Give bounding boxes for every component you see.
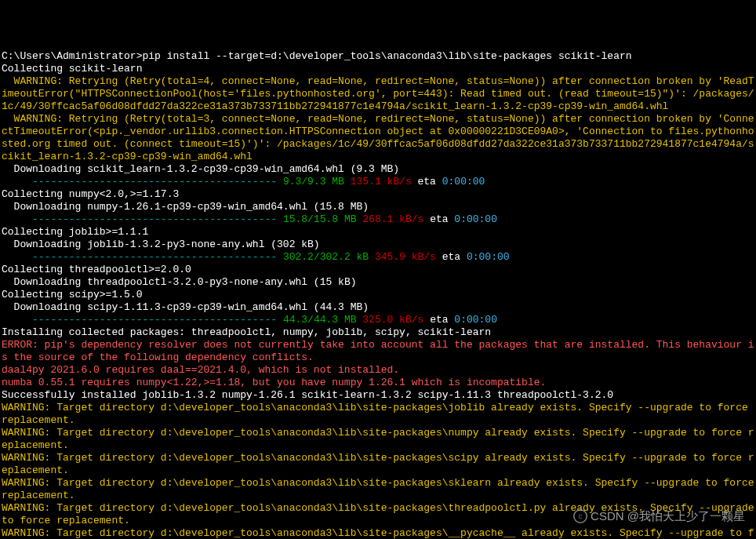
download-line: Downloading scikit_learn-1.3.2-cp39-cp39…: [2, 163, 399, 175]
download-line: Downloading joblib-1.3.2-py3-none-any.wh…: [2, 239, 320, 250]
warning-retry-1: WARNING: Retrying (Retry(total=4, connec…: [2, 75, 754, 112]
collecting-line: Collecting scikit-learn: [2, 63, 142, 75]
download-line: Downloading scipy-1.11.3-cp39-cp39-win_a…: [2, 301, 369, 313]
progress-bar-scipy: ----------------------------------------…: [2, 314, 497, 326]
warning-target-numpy: WARNING: Target directory d:\developer_t…: [2, 427, 754, 451]
terminal-output[interactable]: C:\Users\Administrator>pip install --tar…: [2, 50, 754, 539]
error-dep-resolver: ERROR: pip's dependency resolver does no…: [2, 339, 754, 363]
installing-line: Installing collected packages: threadpoo…: [2, 326, 491, 338]
warning-retry-2: WARNING: Retrying (Retry(total=3, connec…: [2, 113, 754, 162]
collecting-line: Collecting numpy<2.0,>=1.17.3: [2, 188, 179, 200]
error-daal4py: daal4py 2021.6.0 requires daal==2021.4.0…: [2, 364, 399, 376]
svg-text:C: C: [579, 514, 583, 519]
progress-bar-sklearn: ----------------------------------------…: [2, 176, 485, 188]
watermark-text: CSDN @我怕天上少了一颗星: [591, 510, 745, 523]
warning-target-pycache: WARNING: Target directory d:\developer_t…: [2, 527, 754, 539]
collecting-line: Collecting threadpoolctl>=2.0.0: [2, 264, 191, 275]
progress-bar-numpy: ----------------------------------------…: [2, 213, 497, 225]
progress-bar-joblib: ----------------------------------------…: [2, 251, 510, 263]
collecting-line: Collecting joblib>=1.1.1: [2, 226, 148, 238]
success-line: Successfully installed joblib-1.3.2 nump…: [2, 389, 613, 401]
download-line: Downloading threadpoolctl-3.2.0-py3-none…: [2, 276, 356, 288]
csdn-logo-icon: C: [573, 509, 587, 523]
prompt-line: C:\Users\Administrator>pip install --tar…: [2, 50, 632, 62]
warning-target-sklearn: WARNING: Target directory d:\developer_t…: [2, 477, 756, 501]
download-line: Downloading numpy-1.26.1-cp39-cp39-win_a…: [2, 201, 369, 213]
error-numba: numba 0.55.1 requires numpy<1.22,>=1.18,…: [2, 377, 546, 388]
warning-target-joblib: WARNING: Target directory d:\developer_t…: [2, 402, 754, 426]
warning-target-scipy: WARNING: Target directory d:\developer_t…: [2, 452, 754, 476]
collecting-line: Collecting scipy>=1.5.0: [2, 289, 142, 300]
csdn-watermark: C CSDN @我怕天上少了一颗星: [573, 509, 745, 523]
